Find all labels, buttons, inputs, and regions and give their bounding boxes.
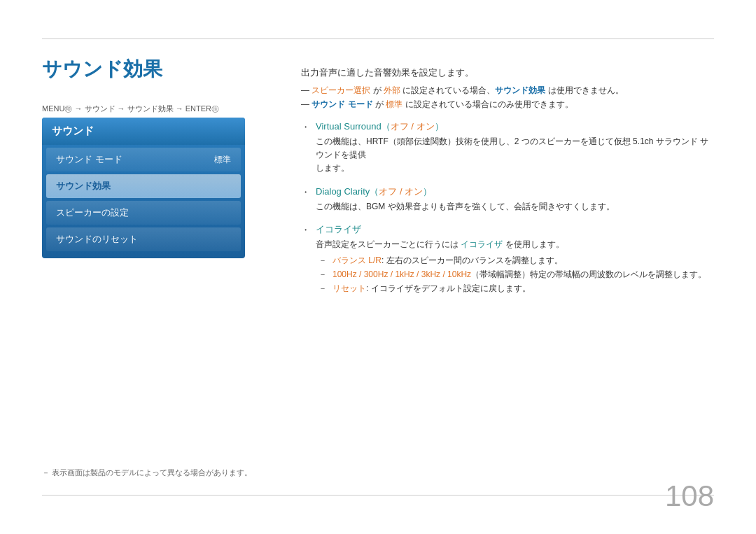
menu-item-speaker-settings-label: スピーカーの設定 bbox=[56, 206, 129, 219]
sub-bullet-3: － bbox=[318, 283, 327, 295]
menu-item-sound-effect[interactable]: サウンド効果 bbox=[46, 174, 241, 198]
menu-panel: サウンド サウンド モード 標準 サウンド効果 スピーカーの設定 サウンドのリセ… bbox=[42, 118, 245, 258]
top-divider bbox=[42, 38, 714, 39]
sub-item-balance-text: バランス L/R: 左右のスピーカー間のバランスを調整します。 bbox=[332, 255, 563, 267]
content-intro: 出力音声に適した音響効果を設定します。 bbox=[301, 66, 714, 79]
section-equalizer: ・ イコライザ 音声設定をスピーカーごとに行うには イコライザ を使用します。 … bbox=[301, 223, 714, 297]
menu-item-speaker-settings[interactable]: スピーカーの設定 bbox=[46, 201, 241, 225]
section-virtual-surround-desc: この機能は、HRTF（頭部伝達関数）技術を使用し、2 つのスピーカーを通じて仮想… bbox=[316, 135, 714, 176]
bullet-1: ・ bbox=[301, 121, 310, 134]
footnote: － 表示画面は製品のモデルによって異なる場合があります。 bbox=[42, 468, 252, 478]
section-dialog-clarity-title: Dialog Clarity（オフ / オン） bbox=[316, 185, 714, 198]
breadcrumb: MENU㊞ → サウンド → サウンド効果 → ENTER㊟ bbox=[42, 104, 219, 114]
section-equalizer-body: イコライザ 音声設定をスピーカーごとに行うには イコライザ を使用します。 － … bbox=[316, 223, 714, 297]
page-number: 108 bbox=[665, 479, 714, 513]
sub-bullet-2: － bbox=[318, 269, 327, 281]
content-area: 出力音声に適した音響効果を設定します。 ― スピーカー選択 が 外部 に設定され… bbox=[301, 66, 714, 307]
section-virtual-surround-title: Virtual Surround（オフ / オン） bbox=[316, 120, 714, 133]
menu-item-sound-mode-value: 標準 bbox=[214, 154, 231, 166]
section-dialog-clarity-desc: この機能は、BGM や効果音よりも音声を強くして、会話を聞きやすくします。 bbox=[316, 200, 714, 213]
equalizer-sub-list: － バランス L/R: 左右のスピーカー間のバランスを調整します。 － 100H… bbox=[316, 255, 714, 295]
section-dialog-clarity-body: Dialog Clarity（オフ / オン） この機能は、BGM や効果音より… bbox=[316, 185, 714, 213]
section-dialog-clarity: ・ Dialog Clarity（オフ / オン） この機能は、BGM や効果音… bbox=[301, 185, 714, 213]
menu-header: サウンド bbox=[42, 118, 245, 145]
note-2: ― サウンド モード が 標準 に設定されている場合にのみ使用できます。 bbox=[301, 99, 714, 111]
bullet-3: ・ bbox=[301, 224, 310, 237]
note-1: ― スピーカー選択 が 外部 に設定されている場合、サウンド効果 は使用できませ… bbox=[301, 85, 714, 97]
bottom-divider bbox=[42, 495, 714, 496]
page-title: サウンド効果 bbox=[42, 56, 162, 83]
menu-item-sound-reset-label: サウンドのリセット bbox=[56, 233, 138, 246]
sub-item-reset-text: リセット: イコライザをデフォルト設定に戻します。 bbox=[332, 283, 531, 295]
section-virtual-surround: ・ Virtual Surround（オフ / オン） この機能は、HRTF（頭… bbox=[301, 120, 714, 176]
menu-item-sound-reset[interactable]: サウンドのリセット bbox=[46, 227, 241, 251]
section-equalizer-desc: 音声設定をスピーカーごとに行うには イコライザ を使用します。 bbox=[316, 238, 714, 251]
menu-item-sound-mode[interactable]: サウンド モード 標準 bbox=[46, 148, 241, 171]
sub-item-hz: － 100Hz / 300Hz / 1kHz / 3kHz / 10kHz（帯域… bbox=[318, 269, 714, 281]
menu-item-sound-effect-label: サウンド効果 bbox=[56, 180, 111, 192]
section-virtual-surround-body: Virtual Surround（オフ / オン） この機能は、HRTF（頭部伝… bbox=[316, 120, 714, 176]
content-sections: ・ Virtual Surround（オフ / オン） この機能は、HRTF（頭… bbox=[301, 120, 714, 297]
sub-item-reset: － リセット: イコライザをデフォルト設定に戻します。 bbox=[318, 283, 714, 295]
bullet-2: ・ bbox=[301, 186, 310, 199]
sub-item-hz-text: 100Hz / 300Hz / 1kHz / 3kHz / 10kHz（帯域幅調… bbox=[332, 269, 706, 281]
breadcrumb-text: MENU㊞ → サウンド → サウンド効果 → ENTER㊟ bbox=[42, 104, 219, 113]
sub-item-balance: － バランス L/R: 左右のスピーカー間のバランスを調整します。 bbox=[318, 255, 714, 267]
sub-bullet-1: － bbox=[318, 255, 327, 267]
menu-item-sound-mode-label: サウンド モード bbox=[56, 153, 122, 166]
section-equalizer-title: イコライザ bbox=[316, 223, 714, 236]
